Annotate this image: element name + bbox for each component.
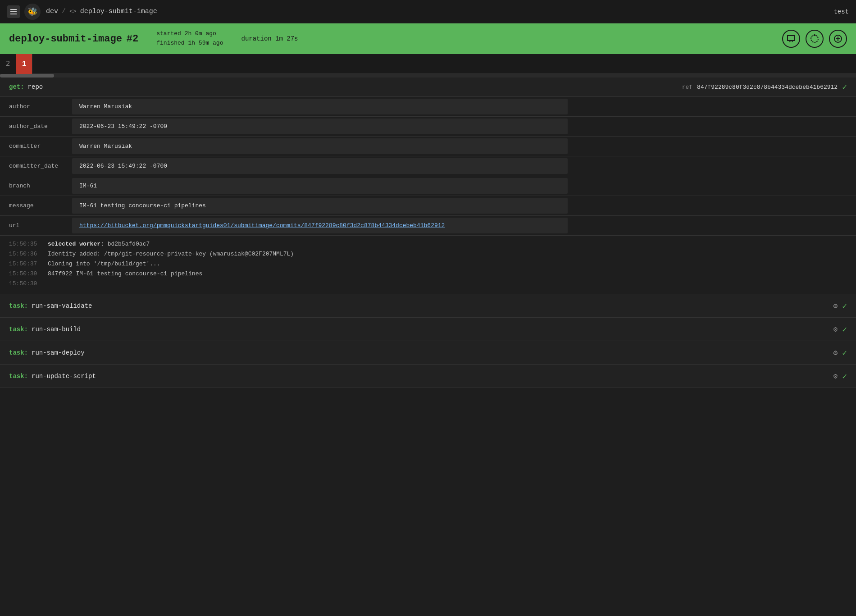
- check-icon: ✓: [842, 82, 847, 92]
- main-content: get: repo ref 847f92289c80f3d2c878b44334…: [0, 78, 856, 388]
- svg-rect-0: [10, 9, 17, 10]
- task-keyword-4: task:: [9, 373, 28, 380]
- task-keyword-2: task:: [9, 326, 28, 333]
- task-name-1: run-sam-validate: [32, 302, 92, 310]
- log-line-2: 15:50:36 Identity added: /tmp/git-resour…: [9, 249, 847, 259]
- svg-point-4: [814, 34, 815, 36]
- comment-button[interactable]: [782, 30, 800, 48]
- log-line-3: 15:50:37 Cloning into '/tmp/build/get'..…: [9, 259, 847, 269]
- svg-point-3: [811, 35, 818, 42]
- log-line-5: 15:50:39: [9, 279, 847, 289]
- log-text-4: 847f922 IM-61 testing concourse-ci pipel…: [48, 269, 202, 279]
- task-check-4: ✓: [842, 371, 847, 381]
- task-keyword-3: task:: [9, 349, 28, 356]
- breadcrumb: dev / <> deploy-submit-image: [46, 8, 157, 15]
- meta-row-author: author Warren Marusiak: [0, 97, 856, 117]
- meta-key-author-date: author_date: [0, 117, 72, 136]
- meta-val-committer-date: 2022-06-23 15:49:22 -0700: [72, 158, 568, 174]
- user-label: test: [833, 8, 849, 15]
- task-row-deploy: task: run-sam-deploy ⚙ ✓: [0, 341, 856, 365]
- log-time-3: 15:50:37: [9, 259, 41, 269]
- task-row-build: task: run-sam-build ⚙ ✓: [0, 318, 856, 341]
- log-time-2: 15:50:36: [9, 249, 41, 259]
- meta-val-message: IM-61 testing concourse-ci pipelines: [72, 198, 568, 214]
- task-actions-4: ⚙ ✓: [833, 371, 847, 381]
- get-section-header: get: repo ref 847f92289c80f3d2c878b44334…: [0, 78, 856, 97]
- build-duration: duration 1m 27s: [241, 35, 298, 42]
- build-started: started 2h 0m ago: [156, 29, 223, 39]
- meta-key-committer: committer: [0, 137, 72, 156]
- gear-icon-1[interactable]: ⚙: [833, 301, 838, 310]
- get-resource: repo: [28, 83, 43, 91]
- add-button[interactable]: [829, 30, 847, 48]
- ref-label: ref: [682, 84, 692, 91]
- task-check-2: ✓: [842, 324, 847, 334]
- get-keyword: get:: [9, 83, 24, 91]
- log-line-4: 15:50:39 847f922 IM-61 testing concourse…: [9, 269, 847, 279]
- meta-key-author: author: [0, 97, 72, 116]
- svg-rect-1: [10, 11, 17, 12]
- log-time-5: 15:50:39: [9, 279, 41, 289]
- meta-val-author-date: 2022-06-23 15:49:22 -0700: [72, 119, 568, 134]
- meta-row-committer-date: committer_date 2022-06-23 15:49:22 -0700: [0, 156, 856, 176]
- meta-key-committer-date: committer_date: [0, 156, 72, 176]
- resource-icon: <>: [69, 8, 77, 15]
- log-time-4: 15:50:39: [9, 269, 41, 279]
- meta-row-committer: committer Warren Marusiak: [0, 137, 856, 156]
- scroll-area[interactable]: [0, 74, 856, 78]
- log-text-2: Identity added: /tmp/git-resource-privat…: [48, 249, 294, 259]
- task-name-4: run-update-script: [32, 373, 96, 380]
- logo: 🐝: [24, 4, 41, 20]
- build-meta: started 2h 0m ago finished 1h 59m ago: [156, 29, 223, 48]
- ref-area: ref 847f92289c80f3d2c878b44334dcebeb41b6…: [682, 82, 847, 92]
- meta-row-branch: branch IM-61: [0, 176, 856, 196]
- gear-icon-4[interactable]: ⚙: [833, 372, 838, 381]
- sidebar-toggle[interactable]: [7, 5, 20, 18]
- task-name-3: run-sam-deploy: [32, 349, 85, 356]
- task-actions-2: ⚙ ✓: [833, 324, 847, 334]
- tab-1[interactable]: 1: [16, 54, 32, 74]
- gear-icon-2[interactable]: ⚙: [833, 325, 838, 334]
- svg-rect-2: [10, 14, 17, 14]
- log-line-1: 15:50:35 selected worker: bd2b5afd0ac7: [9, 239, 847, 249]
- ref-hash: 847f92289c80f3d2c878b44334dcebeb41b62912: [697, 84, 838, 91]
- meta-val-branch: IM-61: [72, 178, 568, 194]
- log-text-1: selected worker: bd2b5afd0ac7: [48, 239, 150, 249]
- top-navigation: 🐝 dev / <> deploy-submit-image test: [0, 0, 856, 23]
- build-title: deploy-submit-image: [9, 33, 122, 45]
- task-name-2: run-sam-build: [32, 326, 81, 333]
- scroll-thumb: [0, 74, 54, 78]
- log-section: 15:50:35 selected worker: bd2b5afd0ac7 1…: [0, 236, 856, 294]
- meta-row-message: message IM-61 testing concourse-ci pipel…: [0, 196, 856, 216]
- task-actions-3: ⚙ ✓: [833, 348, 847, 358]
- meta-row-url: url https://bitbucket.org/pmmquickstartg…: [0, 216, 856, 236]
- meta-val-committer: Warren Marusiak: [72, 138, 568, 154]
- tab-2[interactable]: 2: [0, 54, 16, 74]
- meta-key-branch: branch: [0, 176, 72, 196]
- meta-key-message: message: [0, 196, 72, 215]
- build-header: deploy-submit-image #2 started 2h 0m ago…: [0, 23, 856, 54]
- gear-icon-3[interactable]: ⚙: [833, 348, 838, 357]
- breadcrumb-sep1: /: [62, 8, 66, 15]
- log-text-3: Cloning into '/tmp/build/get'...: [48, 259, 160, 269]
- metadata-table: author Warren Marusiak author_date 2022-…: [0, 97, 856, 236]
- task-row-validate: task: run-sam-validate ⚙ ✓: [0, 294, 856, 318]
- task-check-3: ✓: [842, 348, 847, 358]
- meta-val-author: Warren Marusiak: [72, 99, 568, 114]
- task-check-1: ✓: [842, 301, 847, 311]
- task-actions-1: ⚙ ✓: [833, 301, 847, 311]
- build-tabs: 2 1: [0, 54, 856, 74]
- url-link[interactable]: https://bitbucket.org/pmmquickstartguide…: [79, 222, 445, 229]
- pipeline-link[interactable]: dev: [46, 8, 58, 15]
- build-number: #2: [127, 33, 138, 45]
- task-row-update-script: task: run-update-script ⚙ ✓: [0, 365, 856, 388]
- meta-val-url: https://bitbucket.org/pmmquickstartguide…: [72, 218, 568, 233]
- job-name[interactable]: deploy-submit-image: [80, 8, 157, 15]
- rerun-button[interactable]: [806, 30, 824, 48]
- task-keyword-1: task:: [9, 302, 28, 310]
- build-finished: finished 1h 59m ago: [156, 39, 223, 48]
- log-time-1: 15:50:35: [9, 239, 41, 249]
- meta-key-url: url: [0, 216, 72, 235]
- header-actions: [782, 30, 847, 48]
- meta-row-author-date: author_date 2022-06-23 15:49:22 -0700: [0, 117, 856, 137]
